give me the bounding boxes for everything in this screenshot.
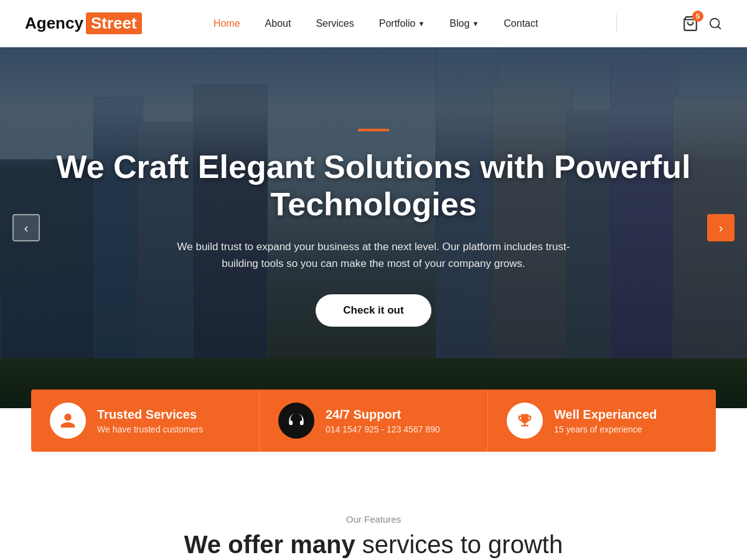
headphone-icon xyxy=(288,412,305,429)
logo-text: Agency xyxy=(25,14,83,33)
logo[interactable]: Agency Street xyxy=(25,12,142,34)
cart-button[interactable]: 5 xyxy=(682,16,698,32)
chevron-right-icon: › xyxy=(719,221,723,235)
hero-content: We Craft Elegant Solutions with Powerful… xyxy=(0,47,747,408)
experienced-desc: 15 years of experience xyxy=(554,424,657,434)
trusted-services-desc: We have trusted customers xyxy=(97,424,203,434)
hero-section: We Craft Elegant Solutions with Powerful… xyxy=(0,47,747,408)
support-desc: 014 1547 925 - 123 4567 890 xyxy=(326,424,440,434)
nav-item-home[interactable]: Home xyxy=(201,0,253,47)
chevron-left-icon: ‹ xyxy=(24,221,29,235)
header-icons: 5 xyxy=(682,16,722,32)
info-bar: Trusted Services We have trusted custome… xyxy=(31,390,716,452)
main-nav: Home About Services Portfolio ▼ Blog ▼ C… xyxy=(201,0,551,47)
hero-accent-line xyxy=(358,129,389,131)
features-sub-label: Our Features xyxy=(25,514,722,525)
trusted-services-text: Trusted Services We have trusted custome… xyxy=(97,408,203,434)
support-text: 24/7 Support 014 1547 925 - 123 4567 890 xyxy=(326,408,440,434)
search-icon xyxy=(708,17,722,30)
features-title: We offer many services to growth xyxy=(25,531,722,559)
logo-highlight: Street xyxy=(86,12,142,34)
info-item-support: 24/7 Support 014 1547 925 - 123 4567 890 xyxy=(260,390,488,452)
support-icon-wrap xyxy=(278,403,314,439)
features-section: Our Features We offer many services to g… xyxy=(0,477,747,560)
nav-item-portfolio[interactable]: Portfolio ▼ xyxy=(367,0,438,47)
features-title-strong: We offer many xyxy=(184,531,355,558)
hero-next-button[interactable]: › xyxy=(707,214,735,241)
nav-divider xyxy=(616,14,617,33)
experienced-icon-wrap xyxy=(507,403,543,439)
hero-prev-button[interactable]: ‹ xyxy=(12,214,40,241)
svg-line-2 xyxy=(718,26,720,29)
hero-title: We Craft Elegant Solutions with Powerful… xyxy=(50,149,697,223)
blog-dropdown-icon: ▼ xyxy=(472,0,479,47)
trophy-icon xyxy=(516,412,533,429)
info-item-experienced: Well Experianced 15 years of experience xyxy=(488,390,716,452)
nav-item-contact[interactable]: Contact xyxy=(491,0,550,47)
features-title-rest: services to growth xyxy=(355,531,563,558)
portfolio-dropdown-icon: ▼ xyxy=(418,0,425,47)
header: Agency Street Home About Services Portfo… xyxy=(0,0,747,47)
trusted-services-icon-wrap xyxy=(50,403,86,439)
cart-badge: 5 xyxy=(692,11,703,22)
hero-subtitle: We build trust to expand your business a… xyxy=(162,238,585,272)
search-button[interactable] xyxy=(708,17,722,30)
experienced-title: Well Experianced xyxy=(554,408,657,422)
hero-cta-button[interactable]: Check it out xyxy=(316,294,431,327)
experienced-text: Well Experianced 15 years of experience xyxy=(554,408,657,434)
support-title: 24/7 Support xyxy=(326,408,440,422)
nav-item-services[interactable]: Services xyxy=(303,0,366,47)
nav-item-blog[interactable]: Blog ▼ xyxy=(437,0,491,47)
person-icon xyxy=(59,412,77,429)
info-item-trusted: Trusted Services We have trusted custome… xyxy=(31,390,260,452)
nav-item-about[interactable]: About xyxy=(253,0,304,47)
trusted-services-title: Trusted Services xyxy=(97,408,203,422)
